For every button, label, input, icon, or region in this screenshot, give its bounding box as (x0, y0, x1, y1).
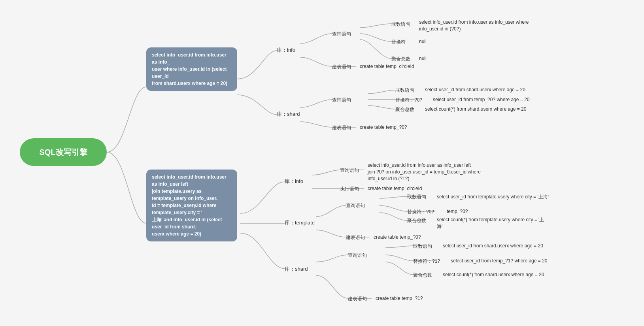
branch2-db3-q-agg-label: 聚合总数 (413, 272, 432, 279)
branch2-db3-create-label: 建表语句 (348, 296, 367, 302)
branch2-db3: 库：shard (285, 266, 308, 273)
branch1-db1-query: 查询语句 (332, 31, 351, 38)
branch2-l1-label: select info_user.id from info.user as in… (152, 173, 232, 237)
branch1-db2-q-agg-label: 聚合总数 (395, 106, 414, 113)
branch2-db2-q-agg-val: select count(*) from template.usery wher… (437, 217, 544, 230)
branch2-db2-q-fetch-label: 取数语句 (407, 194, 426, 200)
branch2-db2-q-replace-label: 替换符：?0? (407, 209, 434, 215)
branch1-db1-q-fetch-label: 取数语句 (391, 21, 410, 28)
branch1-db2-create-label: 建表语句 (332, 124, 351, 131)
branch2-db3-q-replace-val: select user_id from temp_?1? where age =… (451, 258, 547, 264)
branch2-db2-query: 查询语句 (346, 202, 365, 209)
branch1-db1: 库：info (277, 47, 295, 54)
branch1-db2-create-val: create table temp_?0? (360, 124, 407, 130)
branch1-db1-q-agg-val: null (419, 56, 427, 61)
branch1-db1-q-agg-label: 聚合总数 (391, 56, 410, 62)
branch2-db3-q-fetch-val: select user_id from shard.userx where ag… (443, 243, 543, 249)
branch2-db1-query-val: select info_user.id from info.user as in… (368, 162, 481, 182)
branch1-l1-node: select info_user.id from info.user as in… (146, 47, 237, 91)
branch1-db1-create-val: create table temp_circleId (360, 64, 414, 69)
branch2-db1-exec-val: create table temp_circleId (368, 186, 422, 191)
branch2-db3-q-fetch-label: 取数语句 (413, 243, 432, 250)
branch1-db2-q-fetch-label: 取数语句 (395, 87, 414, 94)
branch1-db2-q-replace-label: 替换符：?0? (395, 97, 422, 104)
branch1-db2-query: 查询语句 (332, 97, 351, 104)
branch2-db3-label: 库：shard (285, 266, 308, 272)
branch2-db2-q-agg-label: 聚合总数 (407, 217, 426, 224)
branch1-db1-q-replace-label: 替换符 (391, 39, 406, 45)
branch2-l1-node: select info_user.id from info.user as in… (146, 170, 237, 241)
branch1-db2: 库：shard (277, 111, 300, 118)
branch1-l1-label: select info_user.id from info.user as in… (152, 51, 232, 87)
branch2-db1-exec-label: 执行语句 (340, 186, 359, 192)
branch2-db2-q-fetch-val: select user_id from template.usery where… (437, 194, 549, 200)
branch1-db1-q-replace-val: null (419, 39, 427, 44)
root-label: SQL改写引擎 (39, 147, 87, 158)
branch2-db1-query-label: 查询语句 (340, 167, 359, 174)
branch2-db2-create-val: create table temp_?0? (374, 234, 421, 240)
mindmap-container: SQL改写引擎 select info_user.id from info.us… (0, 0, 644, 326)
branch1-db1-label: 库：info (277, 47, 295, 53)
branch2-db3-query: 查询语句 (348, 252, 367, 259)
root-node: SQL改写引擎 (20, 138, 107, 166)
branch1-db2-q-agg-val: select count(*) from shard.userx where a… (425, 106, 526, 112)
branch2-db1: 库：info (285, 178, 303, 185)
branch2-db2-label: 库：template (285, 220, 315, 226)
branch1-db1-create-label: 建表语句 (332, 64, 351, 70)
branch2-db3-create-val: create table temp_?1? (376, 296, 423, 301)
branch1-db1-q-fetch-val: select info_user.id from info.user as in… (419, 19, 529, 32)
branch2-db3-q-agg-val: select count(*) from shard.userx where a… (443, 272, 544, 277)
branch2-db2-create-label: 建表语句 (346, 234, 365, 241)
branch2-db3-q-replace-label: 替换符：?1? (413, 258, 440, 265)
branch1-db2-q-fetch-val: select user_id from shard.userx where ag… (425, 87, 525, 92)
branch1-db2-label: 库：shard (277, 111, 300, 117)
branch2-db1-label: 库：info (285, 178, 303, 184)
branch1-db2-q-replace-val: select user_id from temp_?0? where age =… (433, 97, 529, 102)
branch2-db2-q-replace-val: temp_?0? (447, 209, 468, 214)
branch2-db2: 库：template (285, 219, 315, 226)
